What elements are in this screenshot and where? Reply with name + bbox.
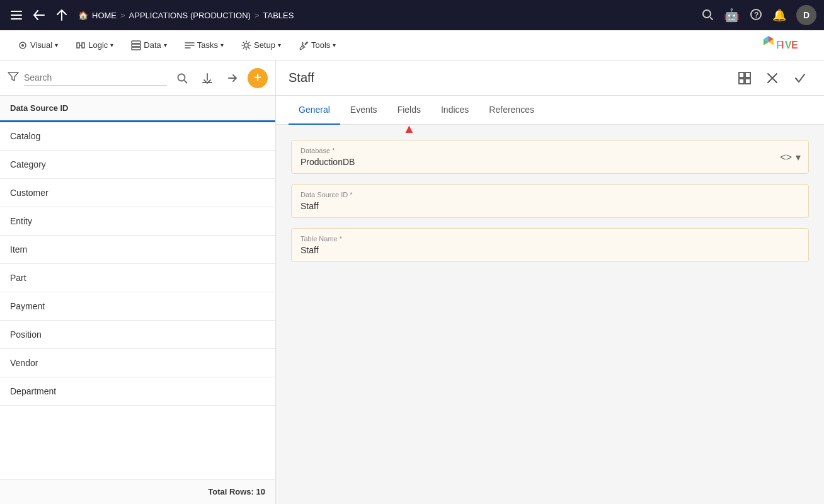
home-label[interactable]: HOME [92, 11, 117, 20]
svg-text:?: ? [754, 11, 758, 20]
main-content: + Data Source ID CatalogCategoryCustomer… [0, 60, 824, 504]
add-button[interactable]: + [248, 68, 268, 88]
svg-point-7 [21, 44, 24, 47]
svg-rect-2 [11, 18, 22, 20]
setup-label: Setup [254, 40, 275, 50]
tab-indices[interactable]: Indices [431, 96, 479, 125]
svg-rect-22 [745, 72, 750, 77]
visual-icon [18, 40, 28, 50]
tasks-chevron: ▾ [220, 42, 224, 49]
list-column-header: Data Source ID [0, 96, 275, 122]
search-input[interactable] [24, 70, 167, 85]
tasks-label: Tasks [197, 40, 218, 50]
code-icon[interactable]: <> [780, 151, 792, 163]
svg-rect-0 [11, 11, 22, 12]
breadcrumb-sep-1: > [120, 11, 125, 20]
tab-general[interactable]: General [289, 96, 340, 125]
list-items: CatalogCategoryCustomerEntityItemPartPay… [0, 122, 275, 479]
search-button[interactable] [172, 68, 192, 88]
database-field: Database * ProductionDB <> ▾ [291, 140, 809, 174]
svg-point-3 [703, 10, 711, 18]
svg-rect-21 [739, 72, 744, 77]
tasks-menu[interactable]: Tasks ▾ [177, 37, 231, 54]
list-footer: Total Rows: 10 [0, 479, 275, 504]
up-button[interactable] [53, 6, 71, 24]
table-name-value[interactable]: Staff [300, 245, 799, 255]
main-toolbar: Visual ▾ Logic ▾ Data ▾ Tasks ▾ Setup ▾ [0, 30, 824, 60]
search-input-wrapper[interactable] [24, 70, 167, 86]
right-panel: Staff [276, 60, 824, 504]
data-icon [131, 40, 141, 50]
logic-chevron: ▾ [110, 42, 113, 49]
list-item[interactable]: Item [0, 236, 275, 264]
visual-menu[interactable]: Visual ▾ [10, 37, 66, 54]
search-nav-icon[interactable] [701, 8, 714, 23]
tasks-icon [185, 40, 195, 50]
breadcrumb-sep-2: > [255, 11, 260, 20]
share-icon[interactable] [222, 68, 243, 88]
data-source-id-value[interactable]: Staff [300, 201, 799, 211]
notifications-icon[interactable]: 🔔 [772, 8, 786, 22]
filter-icon[interactable] [8, 72, 19, 84]
confirm-button[interactable] [789, 67, 811, 89]
five-logo: F I V E [764, 36, 814, 55]
setup-menu[interactable]: Setup ▾ [234, 37, 289, 54]
setup-chevron: ▾ [278, 42, 281, 49]
logic-label: Logic [88, 40, 108, 50]
svg-rect-9 [132, 44, 140, 47]
tables-label[interactable]: TABLES [263, 11, 294, 20]
arrow-indicator: ▲ [403, 122, 415, 135]
visual-label: Visual [30, 40, 52, 50]
list-item[interactable]: Position [0, 321, 275, 349]
list-item[interactable]: Part [0, 264, 275, 292]
home-icon: 🏠 [78, 11, 88, 20]
panel-title: Staff [289, 71, 314, 85]
list-item[interactable]: Payment [0, 292, 275, 321]
logic-menu[interactable]: Logic ▾ [68, 37, 121, 54]
menu-icon[interactable] [8, 6, 25, 24]
data-source-id-label: Data Source ID * [300, 191, 799, 198]
applications-label[interactable]: APPLICATIONS (PRODUCTION) [129, 11, 251, 20]
list-item[interactable]: Entity [0, 207, 275, 236]
user-avatar[interactable]: D [796, 5, 816, 25]
setup-icon [241, 40, 251, 50]
data-menu[interactable]: Data ▾ [123, 37, 174, 54]
close-button[interactable] [761, 67, 784, 89]
tab-events[interactable]: Events [340, 96, 387, 125]
svg-rect-24 [745, 79, 750, 84]
svg-rect-8 [132, 41, 140, 43]
list-item[interactable]: Vendor [0, 349, 275, 377]
svg-point-11 [244, 43, 248, 47]
tab-references[interactable]: References [479, 96, 544, 125]
list-item[interactable]: Customer [0, 179, 275, 207]
robot-icon[interactable]: 🤖 [724, 8, 740, 23]
table-name-label: Table Name * [300, 235, 799, 243]
tabs-container: General Events Fields ▲ Indices Referenc… [276, 96, 824, 125]
svg-point-20 [178, 74, 185, 81]
database-value[interactable]: ProductionDB [300, 157, 799, 167]
top-navbar: 🏠 HOME > APPLICATIONS (PRODUCTION) > TAB… [0, 0, 824, 30]
form-area: Database * ProductionDB <> ▾ Data Source… [276, 125, 824, 504]
dropdown-icon[interactable]: ▾ [796, 151, 801, 163]
table-name-field: Table Name * Staff [291, 228, 809, 262]
tab-fields[interactable]: Fields ▲ [387, 96, 431, 125]
tools-icon [299, 40, 309, 50]
list-item[interactable]: Category [0, 151, 275, 179]
tools-menu[interactable]: Tools ▾ [291, 37, 343, 54]
list-item[interactable]: Catalog [0, 122, 275, 151]
download-icon[interactable] [197, 68, 217, 88]
grid-view-button[interactable] [733, 67, 756, 89]
help-icon[interactable]: ? [750, 8, 762, 23]
tools-label: Tools [311, 40, 330, 50]
svg-rect-1 [11, 14, 22, 16]
breadcrumb: 🏠 HOME > APPLICATIONS (PRODUCTION) > TAB… [78, 11, 294, 20]
data-label: Data [144, 40, 161, 50]
back-button[interactable] [30, 6, 48, 24]
top-nav-right: 🤖 ? 🔔 D [701, 5, 816, 25]
svg-text:I: I [781, 40, 784, 50]
svg-rect-10 [132, 47, 140, 50]
svg-rect-23 [739, 79, 744, 84]
data-source-id-field: Data Source ID * Staff [291, 184, 809, 218]
list-item[interactable]: Department [0, 377, 275, 406]
right-panel-header: Staff [276, 60, 824, 96]
